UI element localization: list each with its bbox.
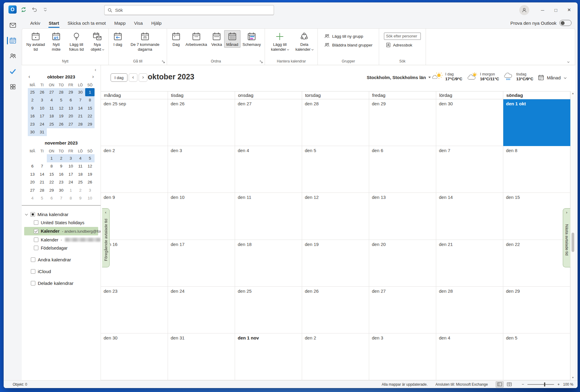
search-people-input[interactable]: [384, 33, 421, 40]
weather-tomorrow[interactable]: I morgon 16°C/11°C: [466, 72, 499, 81]
month-view-button[interactable]: Månad: [224, 30, 240, 48]
next-appointment-tab[interactable]: › Nästa avtalade tid: [563, 208, 570, 267]
mini-day-cell[interactable]: 7: [76, 96, 85, 104]
mini-day-cell[interactable]: 15: [85, 104, 95, 112]
mini-day-cell[interactable]: 28: [37, 186, 47, 194]
mini-day-cell[interactable]: 17: [66, 170, 76, 178]
mini-day-cell[interactable]: 11: [76, 162, 85, 171]
mini-day-cell[interactable]: 28: [76, 120, 85, 128]
day-cell[interactable]: den 4: [436, 333, 503, 380]
mini-day-cell[interactable]: 31: [37, 128, 47, 136]
mini-day-cell[interactable]: 23: [56, 178, 66, 186]
weather-tuesday[interactable]: tisdag 13°C/9°C: [503, 72, 533, 81]
menu-tab-hj-lp[interactable]: Hjälp: [147, 18, 166, 28]
mini-day-cell[interactable]: 4: [76, 154, 85, 162]
mini-day-cell[interactable]: 19: [56, 112, 66, 120]
mini-day-cell[interactable]: 8: [66, 194, 76, 202]
calendar-item-kalender-2[interactable]: Kalender -: [22, 236, 101, 244]
normal-view-icon[interactable]: [496, 381, 504, 387]
vertical-scrollbar[interactable]: ▲ ▼: [570, 91, 575, 380]
people-nav-icon[interactable]: [4, 48, 22, 64]
day-cell[interactable]: den 5: [302, 146, 369, 193]
day-cell[interactable]: den 3: [369, 333, 436, 380]
day-cell[interactable]: den 12: [302, 193, 369, 240]
mini-day-cell[interactable]: 2: [56, 154, 66, 162]
mini-day-cell[interactable]: 20: [66, 112, 76, 120]
mini-day-cell[interactable]: 27: [66, 120, 76, 128]
reading-view-icon[interactable]: [505, 381, 513, 387]
mini-day-cell[interactable]: 16: [56, 170, 66, 178]
maximize-button[interactable]: □: [549, 4, 562, 16]
day-cell[interactable]: den 18: [235, 240, 302, 287]
mini-day-cell[interactable]: 13: [66, 104, 76, 112]
previous-appointment-tab[interactable]: ‹ Föregående avtalade tid: [102, 208, 110, 267]
mini-day-cell[interactable]: 2: [76, 186, 85, 194]
mini-day-cell[interactable]: 3: [85, 186, 95, 194]
zoom-slider[interactable]: [527, 384, 554, 385]
day-cell[interactable]: den 26: [302, 287, 369, 333]
day-cell[interactable]: den 26: [168, 99, 235, 146]
calendar-nav-icon[interactable]: [4, 33, 22, 48]
mini-day-cell[interactable]: 9: [76, 194, 85, 202]
todo-nav-icon[interactable]: [4, 64, 22, 79]
customize-quick-access-icon[interactable]: [41, 6, 49, 14]
mail-nav-icon[interactable]: [4, 18, 22, 33]
mini-next-month-button[interactable]: ›: [90, 74, 96, 79]
mini-day-cell[interactable]: 10: [66, 162, 76, 171]
mini-day-cell[interactable]: 25: [76, 178, 85, 186]
chevron-expanded-icon[interactable]: [25, 212, 28, 215]
mini-day-cell[interactable]: 6: [47, 194, 56, 202]
day-cell[interactable]: den 22: [503, 240, 570, 287]
day-cell[interactable]: den 28: [436, 287, 503, 333]
mini-day-cell[interactable]: 1: [47, 154, 56, 162]
mini-day-cell[interactable]: 28: [56, 88, 66, 96]
day-cell[interactable]: den 11: [235, 193, 302, 240]
day-cell[interactable]: den 8: [503, 146, 570, 193]
weather-today[interactable]: I dag 17°C/9°C: [432, 72, 462, 81]
scroll-up-icon[interactable]: ▲: [571, 91, 575, 96]
mini-day-cell[interactable]: 25: [47, 120, 56, 128]
day-cell[interactable]: den 2: [302, 333, 369, 380]
day-cell[interactable]: den 9: [101, 193, 168, 240]
mini-day-cell[interactable]: 26: [85, 178, 95, 186]
dialog-launcher-icon[interactable]: [162, 60, 165, 64]
collapse-sidebar-button[interactable]: ‹: [93, 67, 98, 72]
mini-day-cell[interactable]: 27: [28, 186, 37, 194]
mini-day-cell[interactable]: 29: [66, 88, 76, 96]
day-cell[interactable]: den 5: [503, 333, 570, 380]
day-cell[interactable]: den 31: [168, 333, 235, 380]
add-focus-time-button[interactable]: Lägg till fokus tid: [65, 30, 88, 53]
week-view-button[interactable]: Vecka: [209, 30, 224, 48]
calendar-group-my-calendars[interactable]: Mina kalendrar: [22, 210, 101, 218]
checkbox[interactable]: [31, 257, 35, 262]
mini-day-cell[interactable]: 18: [47, 112, 56, 120]
mini-day-cell[interactable]: 5: [85, 154, 95, 162]
mini-day-cell[interactable]: 30: [76, 88, 85, 96]
day-cell[interactable]: den 13: [369, 193, 436, 240]
mini-day-cell[interactable]: 6: [28, 162, 37, 171]
dialog-launcher-icon[interactable]: [260, 60, 263, 64]
search-input[interactable]: [115, 8, 271, 13]
mini-day-cell[interactable]: 5: [37, 194, 47, 202]
mini-day-cell[interactable]: 9: [56, 162, 66, 171]
today-button[interactable]: I dag: [111, 30, 125, 48]
mini-day-cell[interactable]: 9: [28, 104, 37, 112]
search-bar[interactable]: [104, 5, 274, 15]
day-cell[interactable]: den 20: [369, 240, 436, 287]
checkbox[interactable]: [34, 220, 38, 225]
mini-day-cell[interactable]: 14: [37, 170, 47, 178]
address-book-button[interactable]: Adressbok: [384, 41, 421, 49]
mini-day-cell[interactable]: 16: [28, 112, 37, 120]
day-cell[interactable]: den 24: [168, 287, 235, 333]
checkbox[interactable]: [31, 269, 35, 274]
checkbox-checked[interactable]: [34, 229, 38, 234]
calendar-item-birthdays[interactable]: Födelsedagar: [22, 244, 101, 252]
minimize-button[interactable]: ─: [536, 4, 549, 16]
mini-prev-month-button[interactable]: ‹: [26, 74, 33, 79]
day-cell[interactable]: den 17: [168, 240, 235, 287]
mini-day-cell[interactable]: 1: [85, 88, 95, 96]
mini-day-cell[interactable]: 7: [37, 162, 47, 171]
mini-day-cell[interactable]: 8: [85, 96, 95, 104]
scroll-down-icon[interactable]: ▼: [571, 375, 575, 380]
scrollbar-thumb[interactable]: [572, 233, 574, 252]
